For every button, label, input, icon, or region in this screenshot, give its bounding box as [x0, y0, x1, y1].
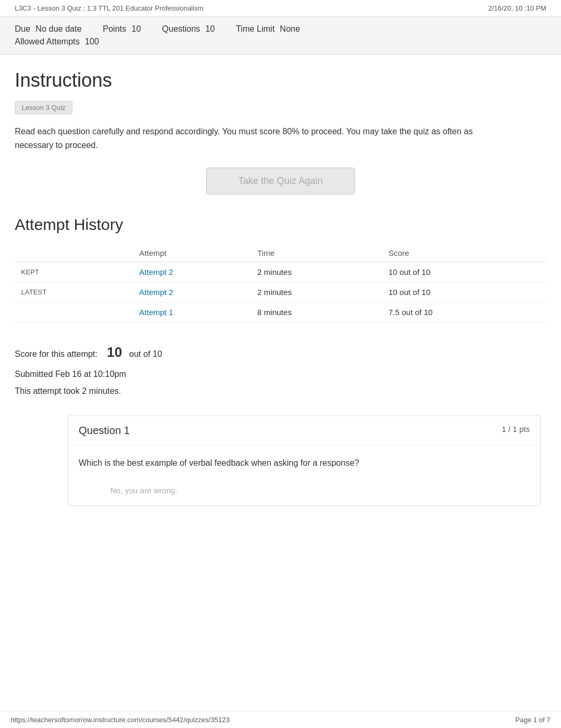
score-line: Score for this attempt: 10 out of 10 [15, 338, 546, 366]
points-value: 10 [132, 24, 141, 34]
top-bar: L3C3 - Lesson 3 Quiz : 1.3 TTL 201 Educa… [0, 0, 561, 17]
main-content: Instructions Lesson 3 Quiz Read each que… [0, 54, 561, 527]
question-card: Question 1 1 / 1 pts Which is the best e… [68, 416, 541, 506]
score-text: out of 10 [129, 349, 162, 358]
col-header-time: Time [251, 244, 382, 262]
attempt-row-score: 10 out of 10 [382, 282, 546, 302]
attempt-row-label [15, 302, 133, 322]
col-header-label [15, 244, 133, 262]
question-answer: No, you are wrong. [68, 481, 540, 505]
attempt-row-time: 2 minutes [251, 282, 382, 302]
due-label: Due [15, 24, 30, 34]
col-header-attempt: Attempt [133, 244, 251, 262]
question-pts: 1 / 1 pts [502, 425, 530, 434]
take-quiz-button-wrap: Take the Quiz Again [15, 168, 546, 195]
questions-label: Questions [162, 24, 200, 34]
points-label: Points [103, 24, 126, 34]
attempt-row-link[interactable]: Attempt 1 [133, 302, 251, 322]
duration-line: This attempt took 2 minutes. [15, 383, 546, 400]
question-title: Question 1 [79, 425, 130, 437]
instructions-heading: Instructions [15, 69, 546, 91]
due-item: Due No due date [15, 24, 82, 34]
attempt-row-score: 7.5 out of 10 [382, 302, 546, 322]
attempt-row-link[interactable]: Attempt 2 [133, 262, 251, 282]
table-row: KEPT Attempt 2 2 minutes 10 out of 10 [15, 262, 546, 282]
due-value: No due date [35, 24, 81, 34]
question-header: Question 1 1 / 1 pts [68, 416, 540, 437]
score-label: Score for this attempt: [15, 349, 98, 358]
take-quiz-button[interactable]: Take the Quiz Again [206, 168, 355, 195]
page-footer: https://teachersoftomorrow.instructure.c… [0, 711, 561, 728]
attempt-row-score: 10 out of 10 [382, 262, 546, 282]
time-limit-label: Time Limit [236, 24, 275, 34]
score-summary: Score for this attempt: 10 out of 10 Sub… [15, 338, 546, 400]
table-row: LATEST Attempt 2 2 minutes 10 out of 10 [15, 282, 546, 302]
points-item: Points 10 [103, 24, 141, 34]
attempt-history-table: Attempt Time Score KEPT Attempt 2 2 minu… [15, 244, 546, 322]
time-limit-item: Time Limit None [236, 24, 300, 34]
attempt-row-link[interactable]: Attempt 2 [133, 282, 251, 302]
quiz-info-bar: Due No due date Points 10 Questions 10 T… [0, 17, 561, 54]
submitted-line: Submitted Feb 16 at 10:10pm [15, 366, 546, 383]
question-body: Which is the best example of verbal feed… [68, 445, 540, 481]
allowed-attempts-label: Allowed Attempts [15, 37, 80, 47]
attempt-row-time: 8 minutes [251, 302, 382, 322]
questions-value: 10 [205, 24, 215, 34]
attempt-row-label: LATEST [15, 282, 133, 302]
lesson-badge: Lesson 3 Quiz [15, 101, 72, 114]
col-header-score: Score [382, 244, 546, 262]
questions-item: Questions 10 [162, 24, 215, 34]
datetime: 2/16/20, 10 :10 PM [488, 4, 546, 12]
attempt-row-label: KEPT [15, 262, 133, 282]
allowed-attempts-value: 100 [85, 37, 99, 47]
attempt-row-time: 2 minutes [251, 262, 382, 282]
table-row: Attempt 1 8 minutes 7.5 out of 10 [15, 302, 546, 322]
page-title: L3C3 - Lesson 3 Quiz : 1.3 TTL 201 Educa… [15, 4, 203, 12]
attempt-history-heading: Attempt History [15, 216, 546, 234]
footer-url: https://teachersoftomorrow.instructure.c… [11, 716, 230, 724]
footer-page: Page 1 of 7 [516, 716, 551, 724]
instructions-text: Read each question carefully and respond… [15, 125, 490, 152]
score-number: 10 [107, 344, 122, 360]
time-limit-value: None [280, 24, 300, 34]
